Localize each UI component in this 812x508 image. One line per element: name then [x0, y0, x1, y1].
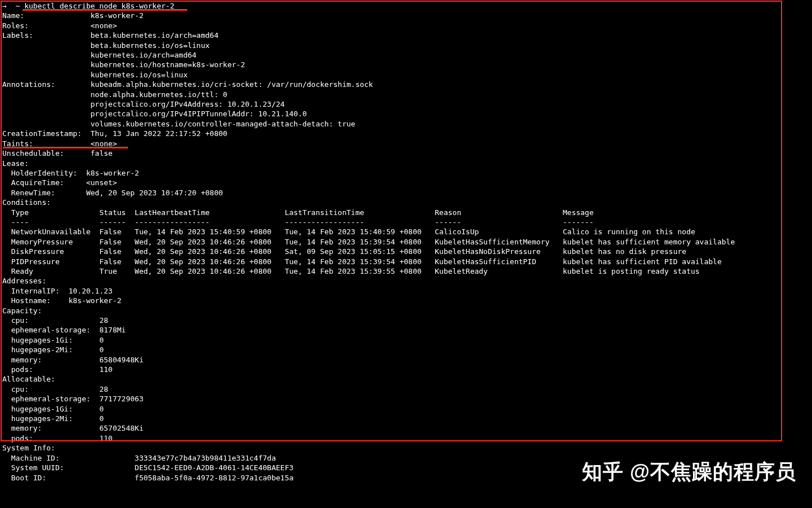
watermark-text: 知乎 @不焦躁的程序员 — [582, 467, 796, 476]
terminal-output: → ~ kubectl describe node k8s-worker-2 N… — [0, 0, 812, 484]
